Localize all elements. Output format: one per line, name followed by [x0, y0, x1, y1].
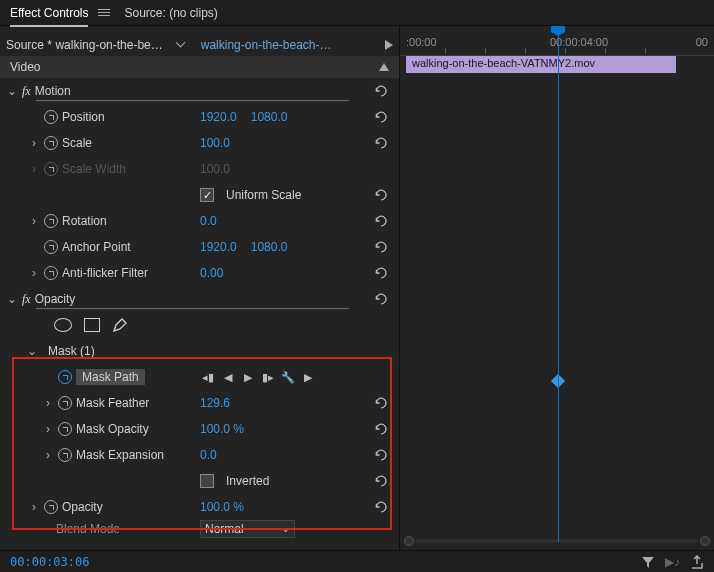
- antiflicker-label: Anti-flicker Filter: [62, 266, 148, 280]
- stopwatch-icon[interactable]: [44, 500, 58, 514]
- stopwatch-icon[interactable]: [44, 266, 58, 280]
- tab-effect-controls[interactable]: Effect Controls: [10, 2, 88, 24]
- video-clip[interactable]: walking-on-the-beach-VATNMY2.mov: [406, 56, 676, 73]
- mask-group[interactable]: ⌄ Mask (1): [0, 338, 399, 364]
- play-button[interactable]: ▶: [240, 370, 256, 384]
- rectangle-mask-icon[interactable]: [84, 318, 100, 332]
- reset-button[interactable]: [373, 291, 391, 307]
- reset-button[interactable]: [373, 187, 391, 203]
- chevron-down-icon: ⌄: [282, 524, 290, 534]
- chevron-down-icon[interactable]: ⌄: [6, 84, 18, 98]
- prop-scale-width: › Scale Width 100.0: [0, 156, 399, 182]
- zoom-handle-right[interactable]: [700, 536, 710, 546]
- timeline-playhead[interactable]: [558, 26, 559, 542]
- chevron-right-icon[interactable]: ›: [42, 448, 54, 462]
- pen-mask-icon[interactable]: [112, 317, 128, 333]
- reset-button[interactable]: [373, 109, 391, 125]
- reset-button[interactable]: [373, 135, 391, 151]
- opacity-label: Opacity: [62, 500, 103, 514]
- mask-tracking-options-icon[interactable]: 🔧: [280, 370, 296, 384]
- prop-scale: › Scale 100.0: [0, 130, 399, 156]
- inverted-label: Inverted: [226, 474, 269, 488]
- reset-button[interactable]: [373, 473, 391, 489]
- prop-mask-opacity: › Mask Opacity 100.0 %: [0, 416, 399, 442]
- mask-feather-value[interactable]: 129.6: [200, 396, 230, 410]
- reset-button[interactable]: [373, 265, 391, 281]
- time-ruler[interactable]: :00:00 00:00:04:00 00: [400, 34, 714, 56]
- scale-width-value: 100.0: [200, 162, 230, 176]
- mask-feather-label: Mask Feather: [76, 396, 149, 410]
- chevron-down-icon[interactable]: [177, 40, 187, 50]
- ruler-label-0: :00:00: [406, 36, 437, 48]
- current-timecode[interactable]: 00:00:03:06: [10, 555, 89, 569]
- export-icon[interactable]: [690, 555, 704, 569]
- chevron-down-icon[interactable]: ⌄: [26, 344, 38, 358]
- mask-opacity-value[interactable]: 100.0 %: [200, 422, 244, 436]
- position-label: Position: [62, 110, 105, 124]
- inverted-checkbox[interactable]: [200, 474, 214, 488]
- position-x-value[interactable]: 1920.0: [200, 110, 237, 124]
- status-bar: 00:00:03:06 ▶♪: [0, 550, 714, 572]
- ellipse-mask-icon[interactable]: [54, 318, 72, 332]
- chevron-right-icon[interactable]: ›: [28, 214, 40, 228]
- mask-title: Mask (1): [48, 344, 95, 358]
- antiflicker-value[interactable]: 0.00: [200, 266, 223, 280]
- scale-value[interactable]: 100.0: [200, 136, 230, 150]
- opacity-value[interactable]: 100.0 %: [200, 500, 244, 514]
- position-y-value[interactable]: 1080.0: [251, 110, 288, 124]
- chevron-right-icon[interactable]: ›: [28, 266, 40, 280]
- chevron-right-icon[interactable]: ›: [42, 396, 54, 410]
- reset-button[interactable]: [373, 213, 391, 229]
- tab-source[interactable]: Source: (no clips): [124, 6, 217, 20]
- anchor-y-value[interactable]: 1080.0: [251, 240, 288, 254]
- video-section-header[interactable]: Video: [0, 56, 399, 78]
- blend-mode-dropdown[interactable]: Normal ⌄: [200, 520, 295, 538]
- properties-list: ⌄ fx Motion Position 1920.0 1080.0: [0, 78, 399, 538]
- reset-button[interactable]: [373, 395, 391, 411]
- mask-expansion-value[interactable]: 0.0: [200, 448, 217, 462]
- prop-mask-inverted: Inverted: [0, 468, 399, 494]
- rotation-value[interactable]: 0.0: [200, 214, 217, 228]
- step-back-button[interactable]: ◀: [220, 370, 236, 384]
- anchor-x-value[interactable]: 1920.0: [200, 240, 237, 254]
- prev-keyframe-button[interactable]: ◂▮: [200, 370, 216, 384]
- stopwatch-icon[interactable]: [58, 422, 72, 436]
- reset-button[interactable]: [373, 421, 391, 437]
- panel-menu-icon[interactable]: [98, 9, 110, 16]
- stopwatch-icon[interactable]: [44, 240, 58, 254]
- effect-motion[interactable]: ⌄ fx Motion: [0, 78, 399, 104]
- stopwatch-icon[interactable]: [58, 370, 72, 384]
- track-forward-button[interactable]: ▶: [300, 370, 316, 384]
- go-to-sequence-icon[interactable]: [385, 40, 393, 50]
- next-keyframe-button[interactable]: ▮▸: [260, 370, 276, 384]
- prop-position: Position 1920.0 1080.0: [0, 104, 399, 130]
- stopwatch-icon[interactable]: [44, 136, 58, 150]
- reset-button[interactable]: [373, 499, 391, 515]
- panel-tab-bar: Effect Controls Source: (no clips): [0, 0, 714, 26]
- blend-mode-value: Normal: [205, 522, 244, 536]
- stopwatch-icon[interactable]: [44, 214, 58, 228]
- stopwatch-icon[interactable]: [58, 396, 72, 410]
- uniform-scale-checkbox[interactable]: [200, 188, 214, 202]
- timeline-zoom-scrollbar[interactable]: [404, 536, 710, 546]
- effect-opacity[interactable]: ⌄ fx Opacity: [0, 286, 399, 312]
- reset-button[interactable]: [373, 447, 391, 463]
- stopwatch-icon[interactable]: [58, 448, 72, 462]
- chevron-right-icon[interactable]: ›: [28, 500, 40, 514]
- mask-shape-tools: [0, 312, 399, 338]
- chevron-right-icon[interactable]: ›: [42, 422, 54, 436]
- chevron-down-icon[interactable]: ⌄: [6, 292, 18, 306]
- reset-button[interactable]: [373, 83, 391, 99]
- video-section-label: Video: [10, 60, 40, 74]
- chevron-right-icon[interactable]: ›: [28, 136, 40, 150]
- anchor-label: Anchor Point: [62, 240, 131, 254]
- mask-path-label[interactable]: Mask Path: [76, 369, 145, 385]
- stopwatch-icon[interactable]: [44, 110, 58, 124]
- filter-icon[interactable]: [641, 555, 655, 569]
- zoom-handle-left[interactable]: [404, 536, 414, 546]
- opacity-effect-label: Opacity: [35, 292, 76, 306]
- keyframe-timeline[interactable]: :00:00 00:00:04:00 00 walking-on-the-bea…: [400, 26, 714, 550]
- sequence-name[interactable]: walking-on-the-beach-…: [201, 38, 332, 52]
- show-only-button[interactable]: ▶♪: [665, 555, 680, 569]
- reset-button[interactable]: [373, 239, 391, 255]
